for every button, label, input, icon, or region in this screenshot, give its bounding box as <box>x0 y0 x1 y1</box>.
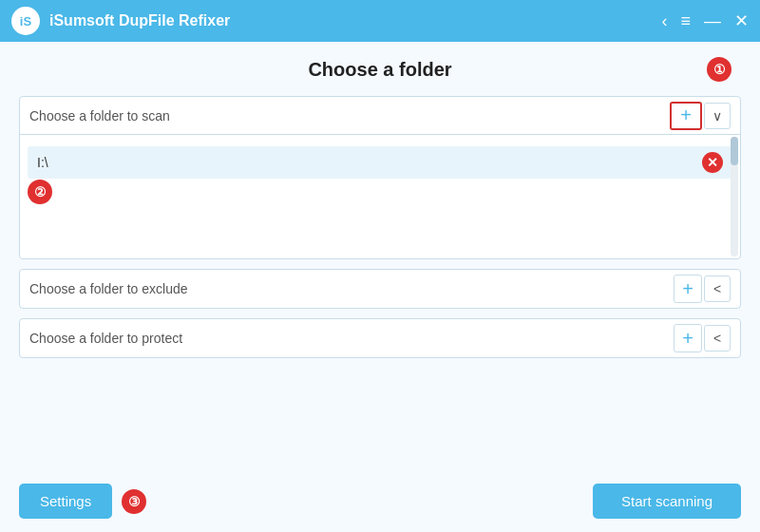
page-title-row: Choose a folder ① <box>19 59 741 81</box>
scrollbar-track <box>731 137 738 256</box>
add-protect-folder-button[interactable]: + <box>674 324 702 352</box>
protect-folder-actions: + < <box>674 324 731 352</box>
scan-folder-actions: + ∨ <box>670 102 731 130</box>
add-scan-icon: + <box>680 104 692 126</box>
app-title: iSumsoft DupFile Refixer <box>49 12 230 29</box>
menu-button[interactable]: ≡ <box>680 12 691 29</box>
add-scan-folder-button[interactable]: + <box>670 102 702 130</box>
step-badge-2: ② <box>28 180 52 204</box>
remove-scan-folder-button[interactable]: ✕ <box>702 152 723 173</box>
exclude-folder-actions: + < <box>674 275 731 303</box>
protect-folder-section: Choose a folder to protect + < <box>19 318 741 358</box>
collapse-scan-icon: ∨ <box>712 108 722 124</box>
scrollbar-thumb[interactable] <box>731 137 738 165</box>
remove-scan-icon: ✕ <box>707 155 718 170</box>
scan-folder-item-path: I:\ <box>37 155 702 170</box>
protect-folder-header: Choose a folder to protect + < <box>20 319 740 357</box>
collapse-protect-icon: < <box>713 331 721 346</box>
add-exclude-icon: + <box>682 278 694 300</box>
add-exclude-folder-button[interactable]: + <box>674 275 702 303</box>
scan-folder-section: Choose a folder to scan + ∨ I:\ ✕ ② <box>19 96 741 259</box>
scan-folder-header: Choose a folder to scan + ∨ <box>20 97 740 135</box>
step-badge-1: ① <box>707 57 732 82</box>
title-bar-right: ‹ ≡ — ✕ <box>661 12 749 29</box>
collapse-exclude-folder-button[interactable]: < <box>704 276 731 302</box>
close-button[interactable]: ✕ <box>734 12 749 29</box>
scan-folder-label: Choose a folder to scan <box>29 108 670 124</box>
step-badge-3: ③ <box>122 489 146 514</box>
protect-folder-label: Choose a folder to protect <box>29 331 674 346</box>
footer: Settings ③ Start scanning <box>19 474 741 519</box>
title-bar: iS iSumsoft DupFile Refixer ‹ ≡ — ✕ <box>0 0 760 42</box>
share-button[interactable]: ‹ <box>661 12 667 29</box>
start-scanning-button[interactable]: Start scanning <box>593 484 741 519</box>
minimize-button[interactable]: — <box>704 12 721 29</box>
scan-folder-list-inner: I:\ ✕ ② <box>20 135 740 188</box>
exclude-folder-label: Choose a folder to exclude <box>29 281 674 296</box>
collapse-protect-folder-button[interactable]: < <box>704 325 731 352</box>
settings-button[interactable]: Settings <box>19 484 112 519</box>
collapse-scan-folder-button[interactable]: ∨ <box>704 103 731 129</box>
exclude-folder-section: Choose a folder to exclude + < <box>19 269 741 309</box>
collapse-exclude-icon: < <box>713 281 721 296</box>
footer-left: Settings ③ <box>19 484 146 519</box>
scan-folder-list-area: I:\ ✕ ② <box>20 135 740 258</box>
add-protect-icon: + <box>682 328 694 350</box>
logo-text: iS <box>20 14 31 28</box>
scan-folder-item: I:\ ✕ <box>28 146 732 179</box>
main-content: Choose a folder ① Choose a folder to sca… <box>0 42 760 532</box>
exclude-folder-header: Choose a folder to exclude + < <box>20 270 740 308</box>
page-title: Choose a folder <box>308 59 451 80</box>
app-logo: iS <box>11 7 40 35</box>
title-bar-left: iS iSumsoft DupFile Refixer <box>11 7 230 35</box>
